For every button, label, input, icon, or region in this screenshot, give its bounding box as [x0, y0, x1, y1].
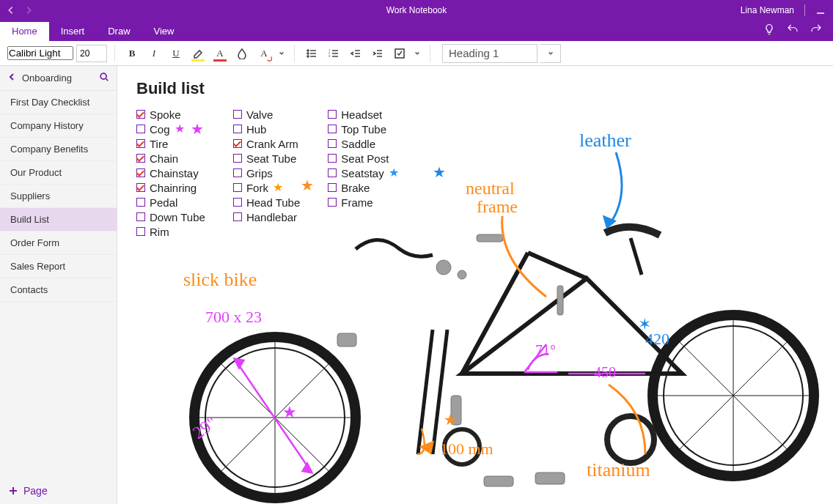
section-back-button[interactable] — [7, 73, 16, 84]
add-page-button[interactable]: Page — [0, 478, 117, 504]
ribbon-home: B I U A A 123 Heading 1 — [0, 41, 833, 66]
title-bar: Work Notebook Lina Newman — [0, 0, 833, 21]
underline-button[interactable]: U — [166, 44, 186, 63]
svg-text:★: ★ — [282, 403, 297, 421]
page-list-sidebar: Onboarding First Day ChecklistCompany Hi… — [0, 66, 117, 504]
divider — [804, 4, 805, 16]
svg-point-0 — [307, 50, 309, 51]
tab-insert[interactable]: Insert — [49, 22, 97, 41]
user-name[interactable]: Lina Newman — [741, 5, 794, 15]
svg-point-2 — [307, 56, 309, 57]
minimize-button[interactable] — [815, 5, 826, 15]
svg-point-1 — [307, 53, 309, 54]
sidebar-page-item[interactable]: Sales Report — [0, 255, 117, 278]
svg-text:3: 3 — [329, 54, 331, 58]
redo-button[interactable] — [810, 23, 823, 38]
bold-button[interactable]: B — [122, 44, 142, 63]
sidebar-page-item[interactable]: First Day Checklist — [0, 91, 117, 114]
svg-text:★: ★ — [301, 177, 314, 193]
svg-line-50 — [235, 359, 312, 472]
tab-draw[interactable]: Draw — [96, 22, 142, 41]
svg-text:✶: ✶ — [638, 315, 651, 333]
clear-formatting-button[interactable]: A — [254, 44, 274, 63]
svg-text:29": 29" — [189, 412, 221, 442]
svg-text:titanium: titanium — [587, 459, 650, 481]
svg-text:neutral: neutral — [466, 179, 515, 198]
nav-forward-button[interactable] — [23, 5, 34, 15]
heading-style-dropdown[interactable] — [540, 44, 561, 63]
svg-text:★: ★ — [444, 412, 457, 428]
tab-home[interactable]: Home — [0, 22, 49, 41]
paragraph-more-dropdown[interactable] — [412, 51, 422, 56]
svg-text:100 mm: 100 mm — [440, 440, 493, 458]
note-canvas[interactable]: Build list SpokeCog★TireChainChainstayCh… — [117, 66, 833, 504]
ribbon-tabs: Home Insert Draw View — [0, 21, 833, 41]
font-size-input[interactable] — [76, 45, 107, 62]
add-page-label: Page — [23, 485, 48, 497]
sidebar-page-item[interactable]: Suppliers — [0, 185, 117, 208]
font-color-button[interactable]: A — [210, 44, 230, 63]
nav-back-button[interactable] — [6, 5, 16, 15]
section-header: Onboarding — [0, 66, 117, 91]
heading-style-picker[interactable]: Heading 1 — [442, 44, 537, 63]
svg-text:★: ★ — [433, 164, 446, 180]
font-name-input[interactable] — [7, 46, 73, 60]
sidebar-page-item[interactable]: Our Product — [0, 161, 117, 185]
font-more-dropdown[interactable] — [276, 51, 287, 56]
numbered-list-button[interactable]: 123 — [324, 44, 343, 63]
window-title: Work Notebook — [386, 5, 447, 15]
svg-text:slick bike: slick bike — [183, 269, 257, 290]
ink-annotations: slick bike neutral frame 100 mm titanium… — [117, 66, 833, 504]
lightbulb-icon[interactable] — [763, 23, 776, 38]
svg-text:★: ★ — [191, 121, 204, 137]
section-title[interactable]: Onboarding — [22, 73, 93, 84]
sidebar-page-item[interactable]: Contacts — [0, 278, 117, 302]
undo-button[interactable] — [786, 23, 799, 38]
svg-point-7 — [100, 73, 106, 79]
svg-text:450: 450 — [594, 364, 616, 380]
sidebar-page-item[interactable]: Company Benefits — [0, 138, 117, 161]
indent-button[interactable] — [368, 44, 387, 63]
bullet-list-button[interactable] — [302, 44, 321, 63]
highlight-button[interactable] — [188, 44, 208, 63]
search-button[interactable] — [99, 72, 109, 84]
ink-color-button[interactable] — [232, 44, 252, 63]
svg-text:leather: leather — [579, 130, 631, 151]
todo-tag-button[interactable] — [390, 44, 409, 63]
tab-view[interactable]: View — [142, 22, 186, 41]
outdent-button[interactable] — [346, 44, 365, 63]
sidebar-page-item[interactable]: Order Form — [0, 231, 117, 255]
svg-text:700 x 23: 700 x 23 — [205, 308, 262, 326]
sidebar-page-item[interactable]: Build List — [0, 208, 117, 231]
svg-text:frame: frame — [477, 197, 518, 216]
italic-button[interactable]: I — [144, 44, 164, 63]
sidebar-page-item[interactable]: Company History — [0, 114, 117, 138]
